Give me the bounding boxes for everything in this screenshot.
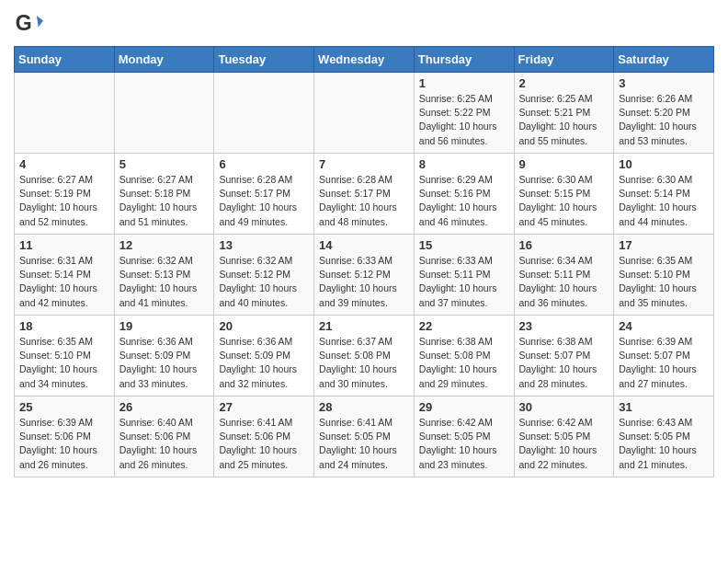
day-cell-31: 31Sunrise: 6:43 AM Sunset: 5:05 PM Dayli… <box>614 396 714 477</box>
day-cell-25: 25Sunrise: 6:39 AM Sunset: 5:06 PM Dayli… <box>15 396 115 477</box>
header-cell-sunday: Sunday <box>15 47 115 73</box>
day-number: 7 <box>319 157 409 171</box>
day-number: 29 <box>419 400 509 414</box>
page-header: G <box>14 9 714 39</box>
day-cell-10: 10Sunrise: 6:30 AM Sunset: 5:14 PM Dayli… <box>614 154 714 235</box>
day-info: Sunrise: 6:32 AM Sunset: 5:13 PM Dayligh… <box>119 254 210 310</box>
day-number: 22 <box>419 319 509 333</box>
day-cell-21: 21Sunrise: 6:37 AM Sunset: 5:08 PM Dayli… <box>314 316 415 396</box>
day-cell-15: 15Sunrise: 6:33 AM Sunset: 5:11 PM Dayli… <box>414 235 514 316</box>
day-cell-17: 17Sunrise: 6:35 AM Sunset: 5:10 PM Dayli… <box>614 235 714 316</box>
day-number: 25 <box>19 400 109 414</box>
day-info: Sunrise: 6:33 AM Sunset: 5:11 PM Dayligh… <box>419 254 509 310</box>
day-info: Sunrise: 6:27 AM Sunset: 5:18 PM Dayligh… <box>119 173 210 229</box>
empty-cell <box>114 73 214 154</box>
svg-text:G: G <box>16 11 32 35</box>
day-number: 6 <box>219 157 309 171</box>
day-info: Sunrise: 6:39 AM Sunset: 5:07 PM Dayligh… <box>619 335 709 391</box>
day-number: 31 <box>619 400 709 414</box>
header-cell-tuesday: Tuesday <box>214 47 314 73</box>
day-cell-28: 28Sunrise: 6:41 AM Sunset: 5:05 PM Dayli… <box>314 396 415 477</box>
day-info: Sunrise: 6:37 AM Sunset: 5:08 PM Dayligh… <box>319 335 409 391</box>
day-number: 12 <box>119 238 210 252</box>
day-number: 2 <box>519 76 609 90</box>
day-info: Sunrise: 6:25 AM Sunset: 5:22 PM Dayligh… <box>419 92 509 148</box>
day-number: 5 <box>119 157 210 171</box>
day-info: Sunrise: 6:29 AM Sunset: 5:16 PM Dayligh… <box>419 173 509 229</box>
day-number: 20 <box>219 319 309 333</box>
header-cell-wednesday: Wednesday <box>314 47 415 73</box>
header-cell-monday: Monday <box>114 47 214 73</box>
day-info: Sunrise: 6:28 AM Sunset: 5:17 PM Dayligh… <box>219 173 309 229</box>
day-cell-14: 14Sunrise: 6:33 AM Sunset: 5:12 PM Dayli… <box>314 235 415 316</box>
day-info: Sunrise: 6:33 AM Sunset: 5:12 PM Dayligh… <box>319 254 409 310</box>
day-info: Sunrise: 6:41 AM Sunset: 5:06 PM Dayligh… <box>219 416 309 472</box>
day-cell-12: 12Sunrise: 6:32 AM Sunset: 5:13 PM Dayli… <box>114 235 214 316</box>
day-info: Sunrise: 6:35 AM Sunset: 5:10 PM Dayligh… <box>619 254 709 310</box>
day-cell-5: 5Sunrise: 6:27 AM Sunset: 5:18 PM Daylig… <box>114 154 214 235</box>
day-info: Sunrise: 6:32 AM Sunset: 5:12 PM Dayligh… <box>219 254 309 310</box>
day-cell-26: 26Sunrise: 6:40 AM Sunset: 5:06 PM Dayli… <box>114 396 214 477</box>
day-info: Sunrise: 6:39 AM Sunset: 5:06 PM Dayligh… <box>19 416 109 472</box>
day-number: 27 <box>219 400 309 414</box>
header-cell-thursday: Thursday <box>414 47 514 73</box>
day-cell-20: 20Sunrise: 6:36 AM Sunset: 5:09 PM Dayli… <box>214 316 314 396</box>
day-number: 10 <box>619 157 709 171</box>
week-row-4: 25Sunrise: 6:39 AM Sunset: 5:06 PM Dayli… <box>15 396 714 477</box>
day-info: Sunrise: 6:34 AM Sunset: 5:11 PM Dayligh… <box>519 254 609 310</box>
empty-cell <box>314 73 415 154</box>
day-number: 9 <box>519 157 609 171</box>
day-info: Sunrise: 6:28 AM Sunset: 5:17 PM Dayligh… <box>319 173 409 229</box>
day-number: 17 <box>619 238 709 252</box>
day-number: 18 <box>19 319 109 333</box>
day-info: Sunrise: 6:41 AM Sunset: 5:05 PM Dayligh… <box>319 416 409 472</box>
header-cell-friday: Friday <box>514 47 614 73</box>
svg-marker-1 <box>37 16 43 27</box>
week-row-1: 4Sunrise: 6:27 AM Sunset: 5:19 PM Daylig… <box>15 154 714 235</box>
day-info: Sunrise: 6:31 AM Sunset: 5:14 PM Dayligh… <box>19 254 109 310</box>
week-row-2: 11Sunrise: 6:31 AM Sunset: 5:14 PM Dayli… <box>15 235 714 316</box>
day-info: Sunrise: 6:35 AM Sunset: 5:10 PM Dayligh… <box>19 335 109 391</box>
day-info: Sunrise: 6:30 AM Sunset: 5:15 PM Dayligh… <box>519 173 609 229</box>
day-info: Sunrise: 6:40 AM Sunset: 5:06 PM Dayligh… <box>119 416 210 472</box>
calendar-table: SundayMondayTuesdayWednesdayThursdayFrid… <box>14 46 714 477</box>
day-cell-24: 24Sunrise: 6:39 AM Sunset: 5:07 PM Dayli… <box>614 316 714 396</box>
day-number: 30 <box>519 400 609 414</box>
day-cell-27: 27Sunrise: 6:41 AM Sunset: 5:06 PM Dayli… <box>214 396 314 477</box>
day-cell-9: 9Sunrise: 6:30 AM Sunset: 5:15 PM Daylig… <box>514 154 614 235</box>
day-info: Sunrise: 6:25 AM Sunset: 5:21 PM Dayligh… <box>519 92 609 148</box>
day-info: Sunrise: 6:36 AM Sunset: 5:09 PM Dayligh… <box>219 335 309 391</box>
day-number: 11 <box>19 238 109 252</box>
day-number: 23 <box>519 319 609 333</box>
day-info: Sunrise: 6:27 AM Sunset: 5:19 PM Dayligh… <box>19 173 109 229</box>
day-info: Sunrise: 6:43 AM Sunset: 5:05 PM Dayligh… <box>619 416 709 472</box>
day-cell-16: 16Sunrise: 6:34 AM Sunset: 5:11 PM Dayli… <box>514 235 614 316</box>
day-number: 3 <box>619 76 709 90</box>
day-number: 21 <box>319 319 409 333</box>
empty-cell <box>15 73 115 154</box>
day-number: 28 <box>319 400 409 414</box>
day-cell-11: 11Sunrise: 6:31 AM Sunset: 5:14 PM Dayli… <box>15 235 115 316</box>
day-number: 24 <box>619 319 709 333</box>
week-row-3: 18Sunrise: 6:35 AM Sunset: 5:10 PM Dayli… <box>15 316 714 396</box>
day-info: Sunrise: 6:30 AM Sunset: 5:14 PM Dayligh… <box>619 173 709 229</box>
day-cell-23: 23Sunrise: 6:38 AM Sunset: 5:07 PM Dayli… <box>514 316 614 396</box>
day-cell-4: 4Sunrise: 6:27 AM Sunset: 5:19 PM Daylig… <box>15 154 115 235</box>
logo: G <box>14 9 47 39</box>
logo-icon: G <box>14 9 43 39</box>
week-row-0: 1Sunrise: 6:25 AM Sunset: 5:22 PM Daylig… <box>15 73 714 154</box>
day-number: 8 <box>419 157 509 171</box>
day-number: 1 <box>419 76 509 90</box>
day-info: Sunrise: 6:38 AM Sunset: 5:08 PM Dayligh… <box>419 335 509 391</box>
day-cell-18: 18Sunrise: 6:35 AM Sunset: 5:10 PM Dayli… <box>15 316 115 396</box>
day-info: Sunrise: 6:42 AM Sunset: 5:05 PM Dayligh… <box>519 416 609 472</box>
day-cell-29: 29Sunrise: 6:42 AM Sunset: 5:05 PM Dayli… <box>414 396 514 477</box>
day-cell-1: 1Sunrise: 6:25 AM Sunset: 5:22 PM Daylig… <box>414 73 514 154</box>
day-info: Sunrise: 6:36 AM Sunset: 5:09 PM Dayligh… <box>119 335 210 391</box>
day-cell-2: 2Sunrise: 6:25 AM Sunset: 5:21 PM Daylig… <box>514 73 614 154</box>
header-cell-saturday: Saturday <box>614 47 714 73</box>
day-number: 19 <box>119 319 210 333</box>
day-cell-19: 19Sunrise: 6:36 AM Sunset: 5:09 PM Dayli… <box>114 316 214 396</box>
day-number: 15 <box>419 238 509 252</box>
day-info: Sunrise: 6:38 AM Sunset: 5:07 PM Dayligh… <box>519 335 609 391</box>
